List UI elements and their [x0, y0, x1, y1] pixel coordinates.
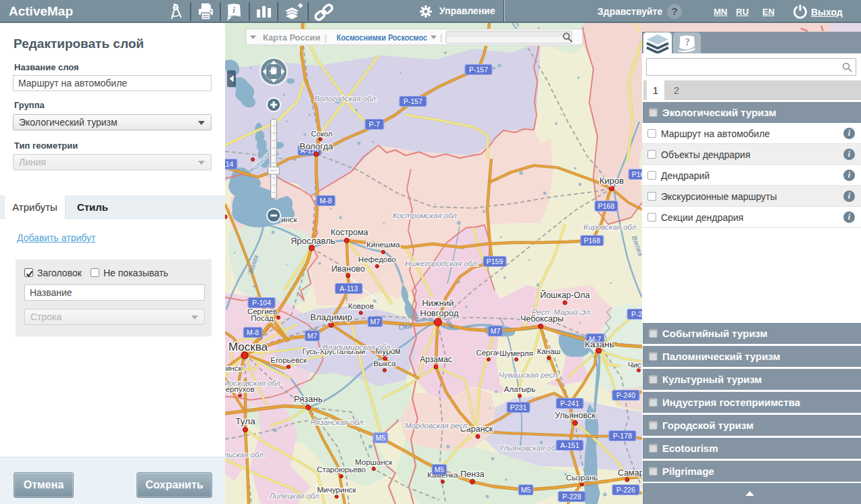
svg-text:|: |: [324, 32, 326, 43]
svg-text:Р159: Р159: [487, 257, 503, 266]
svg-text:Владимирская обл.: Владимирская обл.: [322, 343, 392, 351]
svg-text:М5: М5: [521, 486, 531, 494]
svg-text:Рязанская обл.: Рязанская обл.: [311, 418, 366, 426]
svg-text:Староюрьево: Староюрьево: [317, 465, 366, 474]
svg-text:Егорьевск: Егорьевск: [270, 356, 308, 364]
svg-text:Костромская обл.: Костромская обл.: [393, 211, 459, 220]
svg-text:Респ. Марий-Эл: Респ. Марий-Эл: [532, 308, 590, 316]
svg-text:Р-241: Р-241: [560, 399, 579, 407]
svg-text:Карта России: Карта России: [263, 32, 320, 43]
svg-text:Липецкая обл.: Липецкая обл.: [268, 492, 321, 500]
svg-text:Нижний: Нижний: [422, 298, 453, 308]
svg-text:А-151: А-151: [560, 441, 579, 449]
svg-text:Ярославль: Ярославль: [291, 236, 335, 246]
svg-text:Сокол: Сокол: [311, 130, 332, 138]
svg-text:М-8: М-8: [320, 197, 332, 205]
svg-text:Чувашская респ.: Чувашская респ.: [499, 371, 560, 379]
svg-text:Р-228: Р-228: [562, 493, 581, 501]
svg-text:Шумерля: Шумерля: [499, 349, 533, 357]
svg-text:М5: М5: [376, 434, 386, 442]
svg-text:Нижегородская обл.: Нижегородская обл.: [405, 259, 478, 268]
svg-text:|: |: [440, 32, 442, 43]
svg-text:Нефедово: Нефедово: [358, 255, 396, 263]
svg-text:льская обл.: льская обл.: [225, 451, 266, 459]
svg-text:i: i: [232, 5, 235, 15]
svg-text:Ковров: Ковров: [348, 302, 374, 310]
svg-text:Канаш: Канаш: [537, 347, 560, 355]
svg-text:Владимир: Владимир: [310, 312, 352, 322]
svg-text:инск: инск: [281, 216, 298, 224]
svg-text:Р-157: Р-157: [403, 97, 422, 105]
svg-text:Р231: Р231: [510, 403, 527, 411]
svg-text:Мордовская респ.: Мордовская респ.: [405, 422, 470, 430]
svg-text:Р-104: Р-104: [252, 299, 271, 307]
svg-text:Мичуринск: Мичуринск: [317, 486, 357, 494]
svg-text:Р-7: Р-7: [369, 120, 380, 128]
svg-text:Йошкар-Ола: Йошкар-Ола: [540, 290, 590, 300]
svg-text:Кировская обл.: Кировская обл.: [584, 223, 639, 231]
svg-text:Р-178: Р-178: [613, 432, 632, 440]
svg-text:Посад: Посад: [251, 314, 274, 322]
svg-text:114: 114: [225, 160, 234, 168]
svg-text:Ульяновск: Ульяновск: [555, 411, 595, 420]
svg-text:Р-240: Р-240: [616, 391, 635, 399]
svg-text:Иваново: Иваново: [331, 264, 365, 274]
svg-text:Пенза: Пенза: [460, 470, 485, 479]
svg-text:Тула: Тула: [235, 416, 255, 426]
svg-text:Кинешма: Кинешма: [366, 241, 400, 249]
svg-text:Сергач: Сергач: [476, 349, 501, 357]
svg-text:Вологодская обл.: Вологодская обл.: [314, 95, 378, 103]
svg-text:М-8: М-8: [247, 328, 259, 336]
svg-text:Алатырь: Алатырь: [504, 385, 535, 393]
svg-text:М7: М7: [491, 327, 501, 335]
svg-text:Ульяновская обл.: Ульяновская обл.: [498, 444, 562, 452]
svg-text:Космоснимки Роскосмос: Космоснимки Роскосмос: [337, 32, 427, 43]
svg-text:Московская обл.: Московская обл.: [225, 379, 282, 387]
svg-text:Р-226: Р-226: [616, 486, 635, 494]
svg-text:Кострома: Кострома: [330, 228, 368, 237]
svg-text:минск: минск: [225, 364, 242, 372]
svg-text:А-113: А-113: [339, 284, 358, 293]
svg-text:Выкса: Выкса: [373, 359, 396, 368]
svg-text:Казань: Казань: [585, 339, 614, 349]
svg-text:Р-157: Р-157: [469, 66, 488, 74]
svg-text:Р168: Р168: [584, 236, 601, 245]
svg-text:М5: М5: [435, 465, 445, 474]
svg-text:М7: М7: [370, 318, 380, 326]
svg-text:Вологда: Вологда: [299, 141, 333, 151]
svg-text:Сызрань: Сызрань: [566, 474, 598, 482]
svg-text:М7: М7: [308, 332, 318, 340]
svg-text:Самар: Самар: [618, 468, 644, 478]
svg-text:Киров: Киров: [599, 176, 624, 186]
svg-text:Новгород: Новгород: [420, 308, 459, 318]
svg-text:Москва: Москва: [228, 341, 268, 353]
svg-text:?: ?: [685, 36, 690, 47]
svg-text:Рязань: Рязань: [294, 394, 323, 404]
svg-text:Р168: Р168: [598, 202, 615, 210]
svg-text:Арзамас: Арзамас: [420, 355, 452, 364]
